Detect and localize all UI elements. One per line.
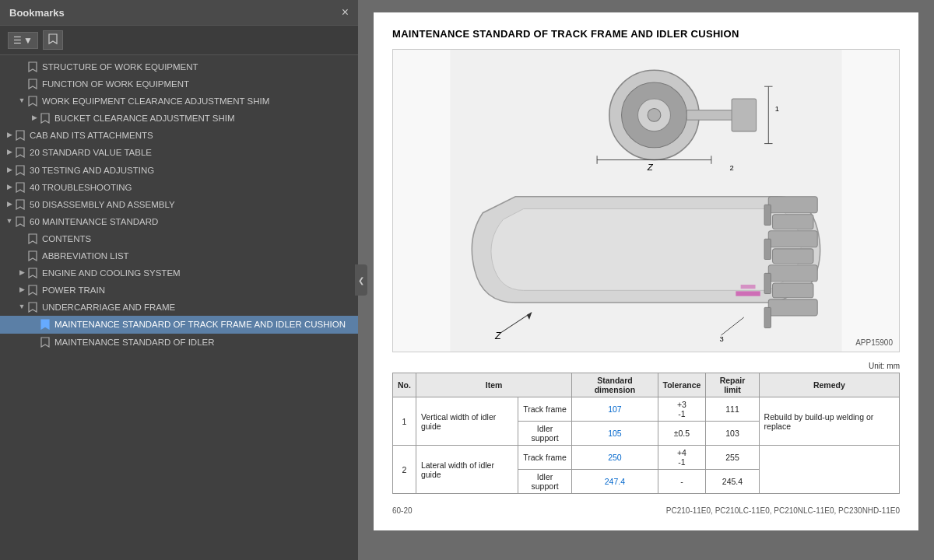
- bookmark-icon: [28, 285, 39, 296]
- bookmark-icon: [28, 233, 39, 244]
- svg-rect-5: [686, 110, 736, 121]
- model-numbers: PC210-11E0, PC210LC-11E0, PC210NLC-11E0,…: [666, 506, 900, 515]
- close-button[interactable]: ×: [342, 6, 349, 19]
- expand-icon: ▶: [3, 130, 16, 140]
- tolerance-val: -: [658, 470, 706, 494]
- svg-rect-19: [773, 249, 813, 264]
- collapse-arrow: ▼: [23, 35, 33, 46]
- repair-limit-val: 245.4: [706, 470, 759, 494]
- svg-rect-16: [768, 197, 817, 213]
- table-section: Unit: mm No. Item Standard dimension Tol…: [392, 362, 900, 494]
- svg-rect-17: [773, 215, 813, 229]
- svg-text:2: 2: [729, 163, 733, 172]
- sidebar-item-function-work[interactable]: FUNCTION OF WORK EQUIPMENT: [0, 75, 358, 93]
- bookmark-icon: [40, 113, 51, 124]
- row-no: 2: [393, 446, 416, 494]
- sidebar-item-label: MAINTENANCE STANDARD OF IDLER: [54, 336, 355, 348]
- std-dim-val: 250: [572, 446, 658, 470]
- bookmark-icon: [40, 319, 51, 330]
- sidebar-item-undercarriage[interactable]: ▼UNDERCARRIAGE AND FRAME: [0, 299, 358, 316]
- svg-rect-6: [732, 99, 756, 131]
- sidebar-item-troubleshooting[interactable]: ▶40 TROUBLESHOOTING: [0, 179, 358, 196]
- svg-rect-26: [764, 307, 771, 327]
- sidebar-item-label: BUCKET CLEARANCE ADJUSTMENT SHIM: [54, 112, 355, 124]
- track-frame-diagram: Z 2 1: [393, 50, 899, 352]
- remedy-val: [759, 446, 899, 494]
- sidebar-item-track-frame-idler[interactable]: MAINTENANCE STANDARD OF TRACK FRAME AND …: [0, 316, 358, 333]
- svg-text:Z: Z: [647, 163, 654, 172]
- svg-rect-18: [768, 231, 817, 247]
- sidebar-item-bucket-clearance[interactable]: ▶BUCKET CLEARANCE ADJUSTMENT SHIM: [0, 110, 358, 127]
- bookmark-icon: [28, 302, 39, 313]
- sidebar-item-label: CAB AND ITS ATTACHMENTS: [30, 129, 355, 142]
- bookmark-icon: [28, 268, 39, 278]
- expand-icon: ▼: [3, 216, 16, 226]
- sidebar-item-label: ABBREVIATION LIST: [42, 250, 355, 262]
- sidebar-item-label: 20 STANDARD VALUE TABLE: [30, 146, 355, 159]
- bookmarks-header: Bookmarks ×: [0, 0, 358, 26]
- col-std-dim: Standard dimension: [572, 373, 658, 397]
- sidebar-item-testing-adjusting[interactable]: ▶30 TESTING AND ADJUSTING: [0, 162, 358, 179]
- sidebar-item-label: FUNCTION OF WORK EQUIPMENT: [42, 78, 355, 90]
- bookmark-icon: [16, 199, 26, 210]
- bookmark-icon: [28, 61, 39, 72]
- col-remedy: Remedy: [759, 373, 899, 397]
- sidebar-item-idler[interactable]: MAINTENANCE STANDARD OF IDLER: [0, 334, 358, 351]
- svg-rect-20: [768, 265, 817, 282]
- tolerance-val: +4-1: [658, 446, 706, 470]
- repair-limit-val: 111: [706, 397, 759, 422]
- bookmark-icon: [16, 130, 26, 141]
- bookmark-icon: [28, 79, 39, 89]
- sidebar-item-label: STRUCTURE OF WORK EQUIPMENT: [42, 61, 355, 73]
- svg-rect-25: [764, 273, 771, 293]
- repair-limit-val: 255: [706, 446, 759, 470]
- page-number: 60-20: [392, 506, 413, 515]
- bookmark-icon: [28, 96, 39, 107]
- row-item: Lateral width of idler guide: [416, 446, 518, 494]
- sidebar-item-power-train[interactable]: ▶POWER TRAIN: [0, 282, 358, 299]
- expand-icon: ▶: [16, 268, 28, 278]
- document-panel: MAINTENANCE STANDARD OF TRACK FRAME AND …: [358, 0, 934, 560]
- bookmark-button[interactable]: [43, 30, 63, 50]
- collapse-all-button[interactable]: ☰ ▼: [8, 32, 38, 49]
- col-repair: Repair limit: [706, 373, 759, 397]
- sidebar-item-maintenance-standard[interactable]: ▼60 MAINTENANCE STANDARD: [0, 213, 358, 230]
- sidebar-item-contents[interactable]: CONTENTS: [0, 230, 358, 247]
- bookmark-icon: [16, 182, 26, 193]
- sidebar-item-cab-attachments[interactable]: ▶CAB AND ITS ATTACHMENTS: [0, 127, 358, 144]
- std-dim-val: 107: [572, 397, 658, 422]
- row-subitem: Idler support: [518, 470, 572, 494]
- resize-handle[interactable]: ❮: [355, 264, 367, 296]
- sidebar-item-disassembly-assembly[interactable]: ▶50 DISASSEMBLY AND ASSEMBLY: [0, 196, 358, 213]
- sidebar-item-abbreviation-list[interactable]: ABBREVIATION LIST: [0, 247, 358, 264]
- sidebar-item-structure-work[interactable]: STRUCTURE OF WORK EQUIPMENT: [0, 58, 358, 75]
- svg-rect-33: [741, 285, 756, 289]
- row-subitem: Idler support: [518, 422, 572, 446]
- sidebar-item-label: CONTENTS: [42, 233, 355, 245]
- expand-icon: ▶: [28, 113, 40, 123]
- svg-rect-32: [736, 291, 760, 296]
- repair-limit-val: 103: [706, 422, 759, 446]
- sidebar-item-engine-cooling[interactable]: ▶ENGINE AND COOLING SYSTEM: [0, 264, 358, 282]
- sidebar-item-label: 30 TESTING AND ADJUSTING: [30, 164, 355, 177]
- row-subitem: Track frame: [518, 397, 572, 422]
- page-title: MAINTENANCE STANDARD OF TRACK FRAME AND …: [392, 28, 900, 40]
- expand-icon: ▼: [16, 302, 28, 312]
- col-item: Item: [416, 373, 571, 397]
- bookmark-icon: [28, 250, 39, 261]
- std-dim-val: 105: [572, 422, 658, 446]
- row-item: Vertical width of idler guide: [416, 397, 518, 446]
- svg-text:3: 3: [719, 334, 723, 343]
- sidebar-item-work-clearance[interactable]: ▼WORK EQUIPMENT CLEARANCE ADJUSTMENT SHI…: [0, 93, 358, 110]
- page-content: MAINTENANCE STANDARD OF TRACK FRAME AND …: [374, 12, 918, 530]
- table-row: 1 Vertical width of idler guide Track fr…: [393, 397, 900, 422]
- sidebar-item-label: WORK EQUIPMENT CLEARANCE ADJUSTMENT SHIM: [42, 95, 355, 107]
- bookmark-icon: [16, 147, 26, 158]
- svg-rect-23: [764, 205, 771, 225]
- sidebar-item-standard-value[interactable]: ▶20 STANDARD VALUE TABLE: [0, 144, 358, 161]
- sidebar-item-label: 60 MAINTENANCE STANDARD: [30, 215, 355, 228]
- expand-icon: ▶: [16, 285, 28, 295]
- sidebar-item-label: POWER TRAIN: [42, 284, 355, 296]
- sidebar-item-label: UNDERCARRIAGE AND FRAME: [42, 301, 355, 313]
- svg-point-4: [648, 109, 661, 122]
